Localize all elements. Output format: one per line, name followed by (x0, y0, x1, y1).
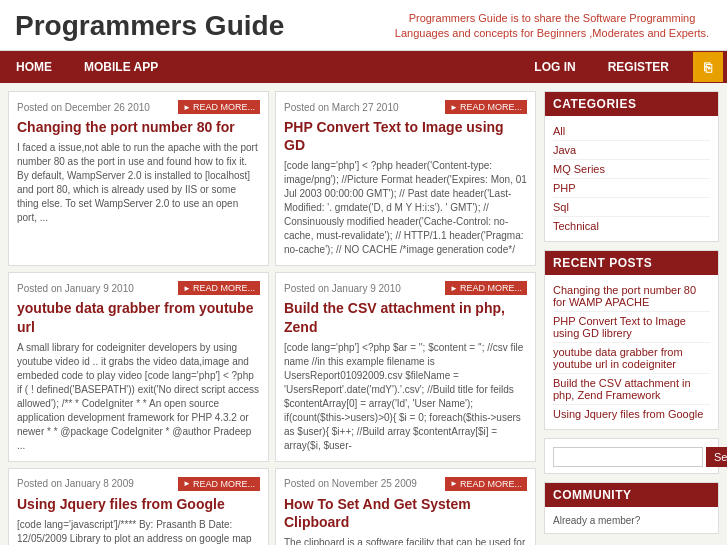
nav-left: HOME MOBILE APP (0, 51, 174, 83)
post-card-5: Posted on January 8 2009 ► READ MORE... … (8, 468, 269, 545)
read-more-label-5: READ MORE... (193, 479, 255, 489)
post-title-2[interactable]: PHP Convert Text to Image using GD (284, 118, 527, 154)
arrow-icon-3: ► (183, 284, 191, 293)
post-meta-5: Posted on January 8 2009 ► READ MORE... (17, 477, 260, 491)
read-more-label-3: READ MORE... (193, 283, 255, 293)
post-card-3: Posted on January 9 2010 ► READ MORE... … (8, 272, 269, 461)
recent-posts-section: RECENT POSTS Changing the port number 80… (544, 250, 719, 430)
post-meta-3: Posted on January 9 2010 ► READ MORE... (17, 281, 260, 295)
read-more-btn-3[interactable]: ► READ MORE... (178, 281, 260, 295)
posts-content: Posted on December 26 2010 ► READ MORE..… (8, 91, 536, 545)
recent-post-3[interactable]: youtube data grabber from youtube url in… (553, 343, 710, 374)
main-content: Posted on December 26 2010 ► READ MORE..… (0, 83, 727, 545)
post-card-6: Posted on November 25 2009 ► READ MORE..… (275, 468, 536, 545)
post-title-3[interactable]: youtube data grabber from youtube url (17, 299, 260, 335)
community-title: COMMUNITY (545, 483, 718, 507)
search-content: Search (545, 439, 718, 473)
post-excerpt-6: The clipboard is a software facility tha… (284, 536, 527, 545)
post-card-4: Posted on January 9 2010 ► READ MORE... … (275, 272, 536, 461)
recent-posts-title: RECENT POSTS (545, 251, 718, 275)
post-title-4[interactable]: Build the CSV attachment in php, Zend (284, 299, 527, 335)
post-date-5: Posted on January 8 2009 (17, 478, 134, 489)
navigation: HOME MOBILE APP LOG IN REGISTER ⎘ (0, 51, 727, 83)
nav-home[interactable]: HOME (0, 51, 68, 83)
read-more-label-6: READ MORE... (460, 479, 522, 489)
category-php[interactable]: PHP (553, 179, 710, 198)
arrow-icon-1: ► (183, 103, 191, 112)
search-row: Search (553, 447, 710, 467)
recent-post-2[interactable]: PHP Convert Text to Image using GD libre… (553, 312, 710, 343)
search-section: Search (544, 438, 719, 474)
recent-post-4[interactable]: Build the CSV attachment in php, Zend Fr… (553, 374, 710, 405)
read-more-btn-1[interactable]: ► READ MORE... (178, 100, 260, 114)
post-date-4: Posted on January 9 2010 (284, 283, 401, 294)
site-header: Programmers Guide Programmers Guide is t… (0, 0, 727, 51)
category-java[interactable]: Java (553, 141, 710, 160)
post-title-1[interactable]: Changing the port number 80 for (17, 118, 260, 136)
category-mq[interactable]: MQ Series (553, 160, 710, 179)
post-title-6[interactable]: How To Set And Get System Clipboard (284, 495, 527, 531)
category-sql[interactable]: Sql (553, 198, 710, 217)
categories-title: CATEGORIES (545, 92, 718, 116)
community-section: COMMUNITY Already a member? (544, 482, 719, 534)
recent-post-1[interactable]: Changing the port number 80 for WAMP APA… (553, 281, 710, 312)
nav-register[interactable]: REGISTER (592, 51, 685, 83)
arrow-icon-4: ► (450, 284, 458, 293)
community-text: Already a member? (553, 511, 640, 530)
read-more-label-2: READ MORE... (460, 102, 522, 112)
site-title: Programmers Guide (15, 10, 284, 42)
posts-grid: Posted on December 26 2010 ► READ MORE..… (8, 91, 536, 545)
read-more-label-1: READ MORE... (193, 102, 255, 112)
post-meta-2: Posted on March 27 2010 ► READ MORE... (284, 100, 527, 114)
community-content: Already a member? (545, 507, 718, 533)
site-tagline: Programmers Guide is to share the Softwa… (392, 11, 712, 42)
read-more-btn-6[interactable]: ► READ MORE... (445, 477, 527, 491)
categories-section: CATEGORIES All Java MQ Series PHP Sql Te… (544, 91, 719, 242)
search-button[interactable]: Search (706, 447, 727, 467)
post-date-6: Posted on November 25 2009 (284, 478, 417, 489)
post-meta-1: Posted on December 26 2010 ► READ MORE..… (17, 100, 260, 114)
recent-posts-content: Changing the port number 80 for WAMP APA… (545, 275, 718, 429)
arrow-icon-5: ► (183, 479, 191, 488)
nav-right: LOG IN REGISTER ⎘ (518, 51, 727, 83)
arrow-icon-2: ► (450, 103, 458, 112)
post-excerpt-4: [code lang='php'] <?php $ar = ''; $conte… (284, 341, 527, 453)
nav-login[interactable]: LOG IN (518, 51, 591, 83)
post-meta-4: Posted on January 9 2010 ► READ MORE... (284, 281, 527, 295)
search-input[interactable] (553, 447, 703, 467)
sidebar: CATEGORIES All Java MQ Series PHP Sql Te… (544, 91, 719, 545)
post-excerpt-2: [code lang='php'] < ?php header('Content… (284, 159, 527, 257)
post-date-3: Posted on January 9 2010 (17, 283, 134, 294)
read-more-label-4: READ MORE... (460, 283, 522, 293)
recent-post-5[interactable]: Using Jquery files from Google (553, 405, 710, 423)
read-more-btn-2[interactable]: ► READ MORE... (445, 100, 527, 114)
categories-content: All Java MQ Series PHP Sql Technical (545, 116, 718, 241)
post-excerpt-3: A small library for codeigniter develope… (17, 341, 260, 453)
read-more-btn-4[interactable]: ► READ MORE... (445, 281, 527, 295)
post-date-1: Posted on December 26 2010 (17, 102, 150, 113)
rss-icon[interactable]: ⎘ (693, 52, 723, 82)
category-technical[interactable]: Technical (553, 217, 710, 235)
post-title-5[interactable]: Using Jquery files from Google (17, 495, 260, 513)
post-date-2: Posted on March 27 2010 (284, 102, 399, 113)
nav-mobile-app[interactable]: MOBILE APP (68, 51, 174, 83)
post-excerpt-5: [code lang='javascript']/**** By: Prasan… (17, 518, 260, 545)
post-card-2: Posted on March 27 2010 ► READ MORE... P… (275, 91, 536, 266)
arrow-icon-6: ► (450, 479, 458, 488)
category-all[interactable]: All (553, 122, 710, 141)
read-more-btn-5[interactable]: ► READ MORE... (178, 477, 260, 491)
rss-label: ⎘ (704, 60, 712, 75)
post-card-1: Posted on December 26 2010 ► READ MORE..… (8, 91, 269, 266)
post-excerpt-1: I faced a issue,not able to run the apac… (17, 141, 260, 225)
post-meta-6: Posted on November 25 2009 ► READ MORE..… (284, 477, 527, 491)
